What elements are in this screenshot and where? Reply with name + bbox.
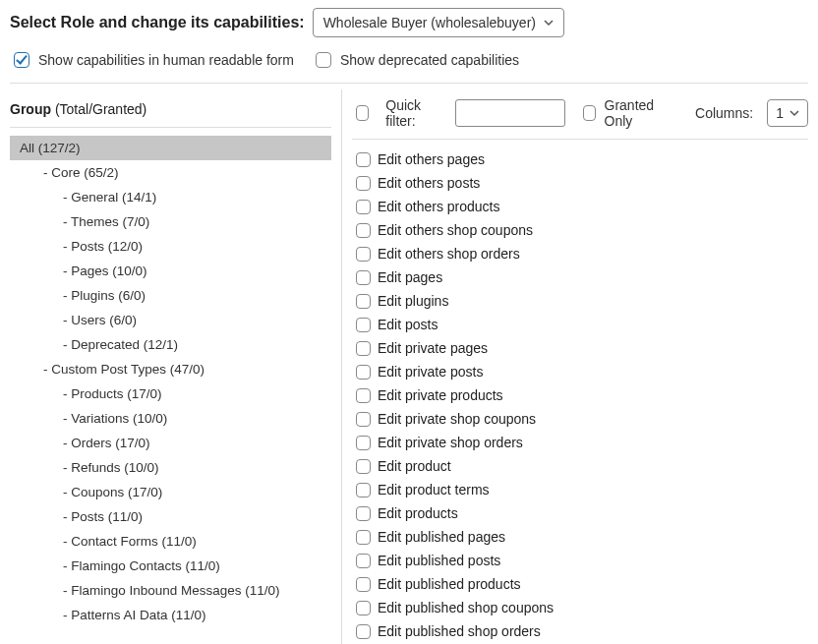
capability-row[interactable]: Edit others shop orders — [352, 242, 808, 265]
capability-checkbox[interactable] — [356, 601, 371, 615]
tree-item[interactable]: - Orders (17/0) — [10, 431, 331, 455]
capability-row[interactable]: Edit products — [352, 501, 808, 525]
chevron-down-icon — [789, 108, 799, 118]
quick-filter-label: Quick filter: — [385, 97, 440, 129]
capability-checkbox[interactable] — [356, 530, 371, 545]
chevron-down-icon — [544, 18, 554, 28]
role-select[interactable]: Wholesale Buyer (wholesalebuyer) — [313, 8, 564, 37]
tree-item[interactable]: - Flamingo Inbound Messages (11/0) — [10, 578, 331, 603]
columns-label: Columns: — [695, 105, 753, 121]
capability-row[interactable]: Edit private shop orders — [352, 431, 808, 454]
tree-item[interactable]: - Core (65/2) — [10, 160, 331, 185]
capability-checkbox[interactable] — [356, 318, 371, 332]
granted-only-checkbox[interactable] — [583, 105, 596, 121]
quick-filter-input[interactable] — [455, 99, 565, 127]
group-tree: All (127/2)- Core (65/2)- General (14/1)… — [10, 136, 331, 627]
capability-row[interactable]: Edit others posts — [352, 171, 808, 195]
tree-item[interactable]: - Pages (10/0) — [10, 259, 331, 283]
tree-item[interactable]: - Users (6/0) — [10, 308, 331, 332]
deprecated-label: Show deprecated capabilities — [340, 52, 519, 68]
tree-item[interactable]: - Themes (7/0) — [10, 209, 331, 234]
columns-select[interactable]: 1 — [767, 99, 808, 127]
tree-item[interactable]: - Deprecated (12/1) — [10, 332, 331, 357]
capability-row[interactable]: Edit published posts — [352, 549, 808, 572]
capability-row[interactable]: Edit published shop coupons — [352, 596, 808, 619]
capability-row[interactable]: Edit published products — [352, 572, 808, 596]
capability-checkbox[interactable] — [356, 294, 371, 309]
deprecated-toggle[interactable]: Show deprecated capabilities — [312, 49, 519, 71]
capability-checkbox[interactable] — [356, 365, 371, 380]
capability-label: Edit published shop orders — [378, 623, 541, 639]
tree-item[interactable]: - Contact Forms (11/0) — [10, 529, 331, 554]
tree-item[interactable]: - Posts (12/0) — [10, 234, 331, 259]
select-all-checkbox[interactable] — [356, 105, 369, 121]
capability-checkbox[interactable] — [356, 624, 371, 639]
capability-row[interactable]: Edit product — [352, 454, 808, 478]
capability-row[interactable]: Edit product terms — [352, 478, 808, 501]
tree-item[interactable]: - Plugins (6/0) — [10, 283, 331, 308]
tree-item[interactable]: - Coupons (17/0) — [10, 480, 331, 504]
capability-label: Edit private pages — [378, 340, 488, 356]
capability-checkbox[interactable] — [356, 152, 371, 167]
capability-label: Edit others pages — [378, 151, 485, 167]
capability-label: Edit private shop coupons — [378, 411, 536, 427]
capability-row[interactable]: Edit others pages — [352, 147, 808, 171]
capability-checkbox[interactable] — [356, 388, 371, 403]
capability-row[interactable]: Edit published pages — [352, 525, 808, 549]
capability-checkbox[interactable] — [356, 554, 371, 568]
tree-item[interactable]: - General (14/1) — [10, 185, 331, 209]
capability-label: Edit pages — [378, 269, 442, 285]
tree-item[interactable]: - Flamingo Contacts (11/0) — [10, 554, 331, 578]
tree-item[interactable]: All (127/2) — [10, 136, 331, 160]
capability-label: Edit private posts — [378, 364, 483, 380]
capability-checkbox[interactable] — [356, 270, 371, 285]
capability-checkbox[interactable] — [356, 459, 371, 474]
capability-checkbox[interactable] — [356, 506, 371, 521]
capability-label: Edit private shop orders — [378, 435, 523, 450]
capability-row[interactable]: Edit published shop orders — [352, 619, 808, 643]
capability-checkbox[interactable] — [356, 483, 371, 498]
capability-checkbox[interactable] — [356, 436, 371, 450]
human-readable-label: Show capabilities in human readable form — [38, 52, 294, 68]
capability-row[interactable]: Edit plugins — [352, 289, 808, 313]
tree-item[interactable]: - Patterns AI Data (11/0) — [10, 603, 331, 627]
capability-row[interactable]: Edit posts — [352, 313, 808, 336]
capability-checkbox[interactable] — [356, 200, 371, 214]
group-sidebar: Group (Total/Granted) All (127/2)- Core … — [10, 89, 342, 644]
capability-label: Edit others posts — [378, 175, 480, 191]
capability-row[interactable]: Edit private pages — [352, 336, 808, 360]
capability-row[interactable]: Edit pages — [352, 265, 808, 289]
tree-item[interactable]: - Custom Post Types (47/0) — [10, 357, 331, 381]
capability-label: Edit plugins — [378, 293, 448, 309]
capability-row[interactable]: Edit private shop coupons — [352, 407, 808, 431]
tree-item[interactable]: - Products (17/0) — [10, 381, 331, 406]
capability-row[interactable]: Edit private products — [352, 383, 808, 407]
capability-label: Edit published shop coupons — [378, 600, 554, 615]
capability-row[interactable]: Edit others shop coupons — [352, 218, 808, 242]
select-role-label: Select Role and change its capabilities: — [10, 14, 305, 31]
capability-checkbox[interactable] — [356, 577, 371, 592]
capability-checkbox[interactable] — [356, 247, 371, 262]
human-readable-toggle[interactable]: Show capabilities in human readable form — [10, 49, 294, 71]
granted-only-toggle[interactable]: Granted Only — [579, 97, 668, 129]
capability-checkbox[interactable] — [356, 412, 371, 427]
tree-item[interactable]: - Variations (10/0) — [10, 406, 331, 431]
capability-checkbox[interactable] — [356, 223, 371, 238]
capability-checkbox[interactable] — [356, 341, 371, 356]
group-header: Group (Total/Granted) — [10, 89, 331, 128]
capability-checkbox[interactable] — [356, 176, 371, 191]
tree-item[interactable]: - Posts (11/0) — [10, 504, 331, 529]
capability-label: Edit posts — [378, 317, 438, 332]
columns-value: 1 — [776, 105, 784, 121]
capabilities-panel: Quick filter: Granted Only Columns: 1 Ed… — [342, 89, 808, 644]
capability-label: Edit published posts — [378, 553, 500, 568]
deprecated-checkbox[interactable] — [316, 52, 331, 68]
capability-row[interactable]: Edit others products — [352, 195, 808, 218]
capability-row[interactable]: Edit private posts — [352, 360, 808, 383]
capability-label: Edit published products — [378, 576, 521, 592]
tree-item[interactable]: - Refunds (10/0) — [10, 455, 331, 480]
human-readable-checkbox[interactable] — [14, 52, 29, 68]
granted-only-label: Granted Only — [605, 97, 669, 129]
capability-label: Edit others shop coupons — [378, 222, 533, 238]
role-select-value: Wholesale Buyer (wholesalebuyer) — [323, 15, 536, 30]
